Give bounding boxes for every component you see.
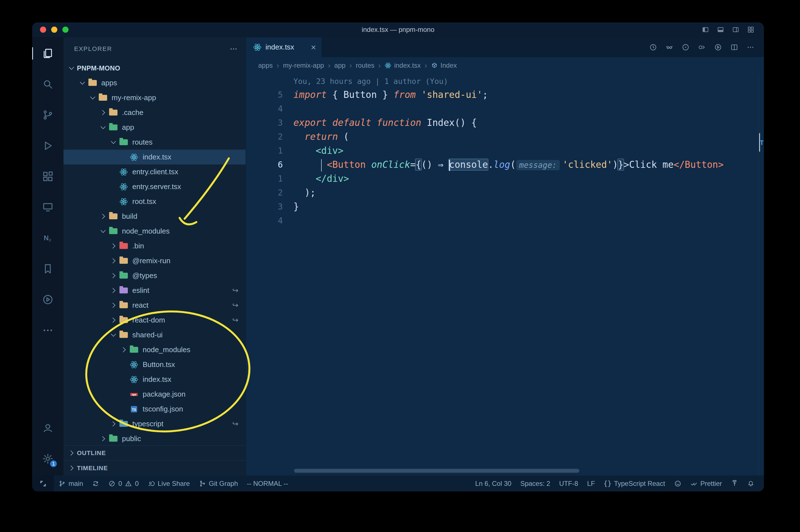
history-icon[interactable] (649, 43, 657, 51)
tree-item[interactable]: index.tsx (63, 372, 246, 387)
layout-panel-icon[interactable] (717, 26, 724, 33)
status-indentation[interactable]: Spaces: 2 (516, 475, 555, 491)
tree-item[interactable]: apps (63, 76, 246, 90)
breadcrumb-Index[interactable]: Index (431, 61, 457, 69)
tree-item[interactable]: routes (63, 135, 246, 150)
status-right: Ln 6, Col 30Spaces: 2UTF-8LF{}TypeScript… (471, 475, 764, 491)
tree-item-label: index.tsx (142, 153, 171, 162)
status-prettier[interactable]: Prettier (686, 475, 726, 491)
status-live-share[interactable]: Live Share (143, 475, 194, 491)
activity-item-nx-console[interactable]: N≥ (32, 232, 63, 244)
timeline-section[interactable]: TIMELINE (63, 460, 246, 475)
layout-sidebar-right-icon[interactable] (732, 26, 739, 33)
tree-item[interactable]: root.tsx (63, 194, 246, 209)
tree-item[interactable]: @types (63, 268, 246, 283)
breadcrumb-app[interactable]: app (334, 61, 345, 69)
gitlens-blame-annotation: You, 23 hours ago | 1 author (You) (293, 77, 448, 86)
activity-item-run-debug[interactable] (32, 139, 63, 152)
chevron-down-icon (99, 124, 108, 132)
activity-item-settings[interactable]: 1 (32, 453, 63, 465)
tab-index-tsx[interactable]: index.tsx × (246, 37, 322, 57)
breadcrumb-apps[interactable]: apps (258, 61, 273, 69)
customize-layout-icon[interactable] (747, 26, 755, 33)
breadcrumb-separator: › (349, 61, 352, 70)
run-file-icon[interactable] (714, 43, 722, 51)
workspace-root[interactable]: PNPM-MONO (63, 61, 246, 76)
tree-item[interactable]: node_modules (63, 342, 246, 357)
split-editor-icon[interactable] (730, 43, 738, 51)
tree-item[interactable]: react-dom↪ (63, 313, 246, 327)
breadcrumb-index.tsx[interactable]: index.tsx (385, 61, 421, 69)
tree-item[interactable]: typescript↪ (63, 417, 246, 431)
explorer-actions-button[interactable] (229, 45, 238, 53)
chevron-right-icon (109, 301, 118, 310)
breadcrumb-routes[interactable]: routes (356, 61, 375, 69)
tree-item[interactable]: .bin (63, 239, 246, 253)
compare-changes-icon[interactable] (682, 43, 689, 51)
tree-item[interactable]: TStsconfig.json (63, 402, 246, 417)
tree-item-label: eslint (132, 286, 149, 295)
activity-item-accounts[interactable] (32, 422, 63, 434)
status-broadcast[interactable] (726, 475, 743, 491)
tree-item[interactable]: eslint↪ (63, 283, 246, 298)
activity-bar-top: N≥ (32, 47, 63, 337)
status-git-graph[interactable]: Git Graph (194, 475, 243, 491)
breadcrumb-my-remix-app[interactable]: my-remix-app (283, 61, 324, 69)
horizontal-scrollbar[interactable] (294, 469, 579, 473)
activity-item-remote-explorer[interactable] (32, 201, 63, 213)
activity-bar-bottom: 1 (32, 422, 63, 465)
more-actions-icon[interactable] (747, 43, 755, 51)
status-sync[interactable] (88, 475, 104, 491)
toggle-blame-icon[interactable] (665, 43, 673, 51)
code-editor[interactable]: You, 23 hours ago | 1 author (You)5impor… (246, 74, 764, 475)
chevron-right-icon (109, 257, 118, 265)
tree-item-label: index.tsx (142, 375, 171, 384)
activity-item-explorer[interactable] (32, 47, 63, 60)
tree-item[interactable]: npmpackage.json (63, 387, 246, 402)
tree-item[interactable]: react↪ (63, 298, 246, 313)
close-tab-button[interactable]: × (311, 43, 316, 52)
macos-zoom-button[interactable] (62, 26, 69, 33)
open-changes-icon[interactable] (698, 43, 706, 51)
activity-item-search[interactable] (32, 78, 63, 90)
status-feedback[interactable] (670, 475, 686, 491)
tree-item[interactable]: Button.tsx (63, 357, 246, 372)
react-icon (129, 360, 139, 369)
status-vim-mode[interactable]: -- NORMAL -- (243, 475, 292, 491)
outline-section[interactable]: OUTLINE (63, 445, 246, 460)
activity-item-bookmarks[interactable] (32, 263, 63, 275)
chevron-right-icon (99, 109, 108, 117)
git-branch-icon (58, 480, 66, 487)
tree-item[interactable]: index.tsx (63, 150, 246, 165)
tree-item[interactable]: shared-ui (63, 327, 246, 342)
breadcrumbs: apps›my-remix-app›app›routes›index.tsx›I… (246, 57, 764, 74)
status-problems[interactable]: 00 (104, 475, 143, 491)
activity-item-additional-views[interactable] (32, 324, 63, 337)
tree-item[interactable]: app (63, 120, 246, 135)
activity-item-source-control[interactable] (32, 109, 63, 121)
files-icon (42, 48, 54, 59)
explorer-title: EXPLORER (74, 45, 112, 53)
folder-icon (88, 79, 97, 88)
tree-item[interactable]: entry.server.tsx (63, 179, 246, 194)
activity-item-extensions[interactable] (32, 170, 63, 183)
tree-item[interactable]: entry.client.tsx (63, 165, 246, 179)
status-eol[interactable]: LF (583, 475, 599, 491)
status-cursor-position[interactable]: Ln 6, Col 30 (471, 475, 516, 491)
status-encoding[interactable]: UTF-8 (555, 475, 583, 491)
tree-item[interactable]: @remix-run (63, 253, 246, 268)
macos-minimize-button[interactable] (51, 26, 57, 33)
tree-item[interactable]: public (63, 431, 246, 445)
tree-item[interactable]: .cache (63, 105, 246, 120)
tree-item[interactable]: build (63, 209, 246, 224)
tree-item[interactable]: node_modules (63, 224, 246, 239)
status-language-mode[interactable]: {}TypeScript React (599, 475, 670, 491)
activity-item-code-runner[interactable] (32, 293, 63, 306)
tree-item[interactable]: my-remix-app (63, 90, 246, 105)
status-git-branch[interactable]: main (54, 475, 88, 491)
chevron-right-icon (109, 286, 118, 295)
status-notifications[interactable] (743, 475, 759, 491)
macos-close-button[interactable] (40, 26, 46, 33)
layout-sidebar-left-icon[interactable] (702, 26, 709, 33)
status-remote-indicator[interactable] (32, 475, 54, 491)
